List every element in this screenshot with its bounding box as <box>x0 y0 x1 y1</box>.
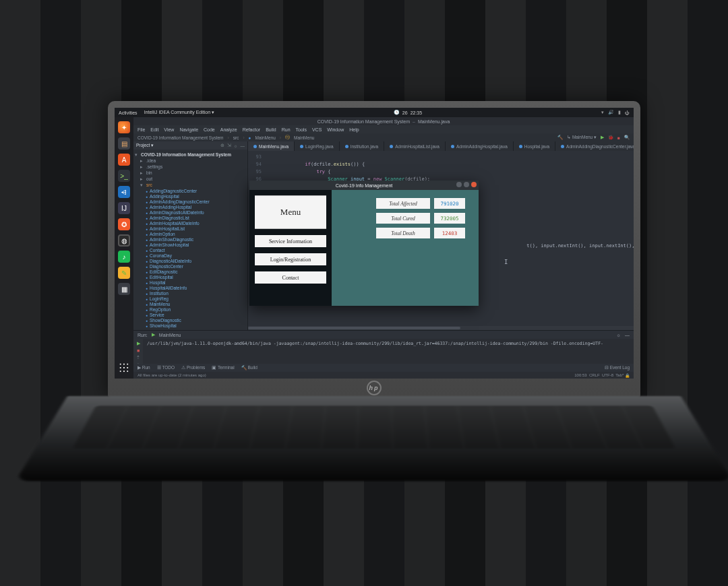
editor-tab[interactable]: Institution.java <box>340 141 385 151</box>
tree-class[interactable]: MainMenu <box>146 302 170 306</box>
build-icon[interactable]: 🔨 <box>557 135 563 140</box>
window-close-icon[interactable] <box>471 182 477 187</box>
build-tool-button[interactable]: 🔨 Build <box>241 365 257 370</box>
editor-tab[interactable]: AdminAddingDiagnosticCenter.java <box>555 141 634 151</box>
editor-tab[interactable]: MainMenu.java <box>248 141 295 151</box>
notes-icon[interactable]: ✎ <box>118 267 130 279</box>
menu-file[interactable]: File <box>138 127 145 132</box>
todo-tool-button[interactable]: ☰ TODO <box>157 365 175 370</box>
tree-class[interactable]: DiagnosticCenter <box>146 264 183 269</box>
tree-class[interactable]: AdminHospitalAllDateInfo <box>146 221 200 226</box>
crumb-method[interactable]: MainMenu <box>294 135 314 140</box>
service-information-button[interactable]: Service Information <box>255 235 326 247</box>
swing-title-bar[interactable]: Covid-19 Info Management <box>249 181 479 190</box>
indent-info[interactable]: Tab* <box>615 373 624 377</box>
tree-class[interactable]: HospitalAllDateInfo <box>146 286 187 290</box>
files-icon[interactable]: ▤ <box>118 137 130 150</box>
problems-tool-button[interactable]: ⚠ Problems <box>181 365 205 370</box>
event-log-button[interactable]: ⊟ Event Log <box>605 365 630 370</box>
run-tab-name[interactable]: MainMenu <box>159 333 181 337</box>
tree-class[interactable]: AdminAddingHospital <box>146 205 191 209</box>
system-tray[interactable]: ▾ 🔊 ▮ ⏻ <box>601 110 630 115</box>
run-config-selector[interactable]: ↳ MainMenu ▾ <box>567 135 597 140</box>
window-maximize-icon[interactable] <box>464 182 469 187</box>
menu-run[interactable]: Run <box>282 127 291 132</box>
tree-class[interactable]: Hospital <box>146 280 166 285</box>
caret-position[interactable]: 100:53 <box>574 373 586 377</box>
menu-navigate[interactable]: Navigate <box>179 127 198 132</box>
brave-icon[interactable]: ✪ <box>118 218 130 230</box>
file-encoding[interactable]: UTF-8 <box>602 373 613 377</box>
tree-class[interactable]: AddingHospital <box>146 194 179 199</box>
menu-build[interactable]: Build <box>266 127 276 132</box>
tree-class[interactable]: Service <box>146 313 164 317</box>
run-tool-button[interactable]: ▶ Run <box>138 365 150 370</box>
menu-refactor[interactable]: Refactor <box>243 127 260 132</box>
project-tree[interactable]: ▾COVID-19 Information Management System … <box>133 150 247 330</box>
spotify-icon[interactable]: ♪ <box>118 251 130 263</box>
run-up-icon[interactable]: ⇡ <box>136 355 140 360</box>
search-everywhere-icon[interactable]: 🔍 <box>624 135 630 140</box>
contact-button[interactable]: Contact <box>255 271 326 284</box>
run-icon[interactable]: ▶ <box>601 135 604 140</box>
intellij-icon[interactable]: IJ <box>118 202 130 214</box>
run-output[interactable]: /usr/lib/jvm/java-1.11.0-openjdk-amd64/b… <box>143 339 634 348</box>
editor-tab[interactable]: Hospital.java <box>514 141 555 151</box>
run-hide-icon[interactable]: — <box>625 333 630 337</box>
editor-tab[interactable]: AdminAddingHospital.java <box>446 141 514 151</box>
tree-class[interactable]: AdminAddingDiagnosticCenter <box>146 199 210 204</box>
tree-class[interactable]: Institution <box>146 291 169 296</box>
menu-analyze[interactable]: Analyze <box>220 127 237 132</box>
menu-help[interactable]: Help <box>349 127 359 132</box>
tree-class[interactable]: ShowHospital <box>146 323 177 328</box>
collapse-all-icon[interactable]: ☼ <box>234 143 238 148</box>
tree-class[interactable]: AddingDiagnosticCenter <box>146 189 197 193</box>
editor-tab[interactable]: AdminHospitalList.java <box>384 141 446 151</box>
vscode-icon[interactable]: ⩤ <box>118 186 130 198</box>
select-opened-file-icon[interactable]: ⊕ <box>220 143 224 148</box>
tree-class[interactable]: EditDiagnostic <box>146 269 178 274</box>
menu-window[interactable]: Window <box>327 127 344 132</box>
terminal-icon[interactable]: >_ <box>118 170 130 182</box>
software-store-icon[interactable]: A <box>118 154 130 166</box>
rerun-icon[interactable]: ▶ <box>137 341 140 346</box>
login-registration-button[interactable]: Login/Registration <box>255 253 326 265</box>
clock[interactable]: 🕓 26 22:35 <box>394 110 422 115</box>
activities-button[interactable]: Activities <box>119 110 138 115</box>
tree-class[interactable]: AdminOption <box>146 232 175 236</box>
obs-icon[interactable]: ◍ <box>118 234 130 247</box>
tree-class[interactable]: Contact <box>146 248 164 253</box>
hide-icon[interactable]: — <box>241 143 245 148</box>
tree-class[interactable]: EditHospital <box>146 275 173 280</box>
tree-class[interactable]: AdminHospitalList <box>146 226 185 231</box>
tree-class[interactable]: AdminShowDiagnostic <box>146 237 193 242</box>
expand-all-icon[interactable]: ⇲ <box>227 143 231 148</box>
crumb-project[interactable]: COVID-19 Information Management System <box>138 135 224 140</box>
tree-folder[interactable]: out <box>146 176 152 181</box>
tree-root[interactable]: COVID-19 Information Management System <box>141 152 231 157</box>
tree-class[interactable]: RegOption <box>146 307 171 312</box>
show-applications-icon[interactable] <box>119 362 129 373</box>
tree-class[interactable]: AdminDiagnosticAllDateInfo <box>146 210 204 215</box>
menu-view[interactable]: View <box>164 127 174 132</box>
tree-class[interactable]: AdminDiagnosticList <box>146 216 189 220</box>
tree-class[interactable]: LoginReg <box>146 296 169 301</box>
debug-icon[interactable]: 🐞 <box>608 135 613 140</box>
readonly-lock-icon[interactable]: 🔒 <box>625 373 630 378</box>
stop-run-icon[interactable]: ■ <box>137 348 140 353</box>
window-minimize-icon[interactable] <box>456 182 462 187</box>
tree-class[interactable]: ShowDiagnostic <box>146 318 181 323</box>
tree-src-folder[interactable]: src <box>146 183 152 187</box>
editor-tab[interactable]: LoginReg.java <box>295 141 340 151</box>
menu-code[interactable]: Code <box>204 127 215 132</box>
app-indicator[interactable]: IntelliJ IDEA Community Edition ▾ <box>144 110 214 115</box>
crumb-class[interactable]: MainMenu <box>255 135 275 140</box>
firefox-icon[interactable]: ✦ <box>118 121 130 133</box>
menu-edit[interactable]: Edit <box>150 127 158 132</box>
tree-class[interactable]: CoronaDay <box>146 253 172 258</box>
run-settings-icon[interactable]: ☼ <box>617 333 621 337</box>
tree-class[interactable]: DiagnosticAllDateInfo <box>146 259 191 263</box>
menu-tools[interactable]: Tools <box>296 127 307 132</box>
menu-vcs[interactable]: VCS <box>312 127 322 132</box>
app-icon[interactable]: ▦ <box>118 283 130 295</box>
